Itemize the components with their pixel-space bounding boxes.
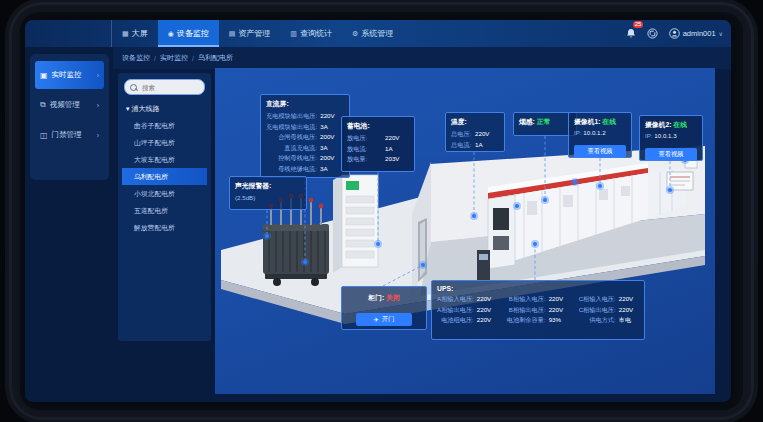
ip-value: 10.0.1.3 xyxy=(654,132,676,139)
breadcrumb-item[interactable]: 设备监控 xyxy=(122,53,150,63)
video-manage-icon: ⧉ xyxy=(40,100,46,110)
camera-ip: IP: 10.0.1.2 xyxy=(574,129,626,136)
tree-item[interactable]: 大坡车配电所 xyxy=(122,151,207,168)
tab-asset-manage[interactable]: ▤资产管理 xyxy=(219,20,281,47)
field-value: 220V xyxy=(477,294,501,305)
cabinet-tall xyxy=(488,195,515,269)
alarm-panel: 声光报警器: (2.5dB) xyxy=(229,176,307,210)
field-value: 220V xyxy=(619,305,643,316)
panel-title: 柜门: xyxy=(368,294,384,301)
status-badge: 在线 xyxy=(602,118,616,125)
search-icon xyxy=(130,84,137,91)
field-label: B相输入电压: xyxy=(507,294,546,305)
tree-item[interactable]: 曲谷子配电所 xyxy=(122,117,207,134)
button-label: 开门 xyxy=(382,315,395,324)
field-label: C相输出电压: xyxy=(579,305,616,316)
temperature-panel: 温度: 总电压:220V 总电流:1A xyxy=(445,112,505,152)
realtime-monitor-icon: ▣ xyxy=(40,71,48,80)
open-door-button[interactable]: ✈开门 xyxy=(356,313,412,326)
screen: ▦大屏 ◉设备监控 ▤资产管理 ▥查询统计 ⚙系统管理 25 admin001 … xyxy=(0,0,763,422)
panel-title: 温度: xyxy=(451,117,499,127)
field-value: 93% xyxy=(549,315,573,326)
tab-label: 查询统计 xyxy=(300,28,332,39)
username: admin001 xyxy=(683,29,716,38)
field-value: 220V xyxy=(385,133,409,144)
door-status: 关闭 xyxy=(386,294,400,301)
field-label: 合闸母线电压: xyxy=(266,132,317,143)
ip-label: IP: xyxy=(645,132,653,139)
left-sidebar: ▣实时监控› ⧉视频管理› ◫门禁管理› xyxy=(25,47,113,402)
field-value: 220V xyxy=(549,305,573,316)
notification-bell-icon[interactable]: 25 xyxy=(626,25,636,43)
notification-badge: 25 xyxy=(633,21,644,28)
sidebar-group: ▣实时监控› ⧉视频管理› ◫门禁管理› xyxy=(30,54,109,180)
chevron-down-icon: ∨ xyxy=(719,30,723,37)
dc-screen-panel: 直流屏: 充电模块输出电压:220V 充电模块输出电流:3A 合闸母线电压:20… xyxy=(260,94,350,178)
panel-title: UPS: xyxy=(437,285,639,292)
field-value: 203V xyxy=(385,154,409,165)
station-tree-panel: ▾ 浦大线路 曲谷子配电所 山坪子配电所 大坡车配电所 乌利配电所 小坝北配电所… xyxy=(118,73,211,341)
battery-cabinet xyxy=(333,175,378,273)
panel-title: 摄像机1: xyxy=(574,118,600,125)
sidebar-item-video-manage[interactable]: ⧉视频管理› xyxy=(35,91,104,119)
screen-icon: ▦ xyxy=(122,30,129,38)
tab-label: 设备监控 xyxy=(177,28,209,39)
tree-item[interactable]: 小坝北配电所 xyxy=(122,185,207,202)
view-video-button[interactable]: 查看视频 xyxy=(645,148,697,161)
tree-item[interactable]: 解放营配电所 xyxy=(122,219,207,236)
tab-query-stats[interactable]: ▥查询统计 xyxy=(280,20,342,47)
tree-item-active[interactable]: 乌利配电所 xyxy=(122,168,207,185)
system-icon: ⚙ xyxy=(352,30,358,38)
sidebar-item-label: 视频管理 xyxy=(50,100,80,110)
nav-tabs: ▦大屏 ◉设备监控 ▤资产管理 ▥查询统计 ⚙系统管理 xyxy=(112,20,403,47)
chevron-right-icon: › xyxy=(97,102,99,109)
panel-title: 烟感: xyxy=(519,118,535,125)
panel-title: 蓄电池: xyxy=(347,121,409,131)
field-label: 充电模块输出电流: xyxy=(266,122,317,133)
battery-screen xyxy=(346,181,359,190)
tree-search[interactable] xyxy=(124,79,205,95)
tree-item[interactable]: 五道配电所 xyxy=(122,202,207,219)
tab-device-monitor[interactable]: ◉设备监控 xyxy=(158,20,219,47)
sidebar-item-realtime-monitor[interactable]: ▣实时监控› xyxy=(35,61,104,89)
top-navbar: ▦大屏 ◉设备监控 ▤资产管理 ▥查询统计 ⚙系统管理 25 admin001 … xyxy=(25,20,731,47)
camera-ip: IP: 10.0.1.3 xyxy=(645,132,697,139)
field-label: B相输出电压: xyxy=(507,305,546,316)
tree-item[interactable]: 山坪子配电所 xyxy=(122,134,207,151)
logo-area xyxy=(25,20,112,47)
camera1-panel: 摄像机1: 在线 IP: 10.0.1.2 查看视频 xyxy=(568,112,632,158)
tab-label: 资产管理 xyxy=(238,28,270,39)
field-value: 220V xyxy=(619,294,643,305)
breadcrumb-separator: / xyxy=(192,55,194,62)
cabinet-window xyxy=(493,208,509,230)
main-3d-view: 直流屏: 充电模块输出电压:220V 充电模块输出电流:3A 合闸母线电压:20… xyxy=(215,68,715,394)
tab-system-manage[interactable]: ⚙系统管理 xyxy=(342,20,403,47)
breadcrumb: 设备监控/ 实时监控/ 乌利配电所 xyxy=(113,47,731,69)
tab-label: 系统管理 xyxy=(361,28,393,39)
open-door-icon: ✈ xyxy=(374,316,379,323)
field-value: 市电 xyxy=(619,315,643,326)
field-value: 220V xyxy=(477,315,501,326)
sidebar-item-access-control[interactable]: ◫门禁管理› xyxy=(35,121,104,149)
field-label: 供电方式: xyxy=(579,315,616,326)
field-value: 220V xyxy=(475,129,499,140)
tree-group[interactable]: ▾ 浦大线路 xyxy=(122,101,207,117)
nav-right-cluster: 25 admin001 ∨ xyxy=(626,20,723,47)
ip-label: IP: xyxy=(574,129,582,136)
avatar-icon xyxy=(669,28,680,39)
breadcrumb-item[interactable]: 实时监控 xyxy=(160,53,188,63)
tab-dashboard[interactable]: ▦大屏 xyxy=(112,20,158,47)
view-video-button[interactable]: 查看视频 xyxy=(574,145,626,158)
user-menu[interactable]: admin001 ∨ xyxy=(669,28,723,39)
fullscreen-icon[interactable] xyxy=(647,25,658,43)
status-badge: 在线 xyxy=(673,121,687,128)
field-label: 直流充电流: xyxy=(266,143,317,154)
field-label: A相输入电压: xyxy=(437,294,474,305)
field-label: C相输入电压: xyxy=(579,294,616,305)
breadcrumb-item: 乌利配电所 xyxy=(198,53,233,63)
ups-panel: UPS: A相输入电压:220V A相输出电压:220V 电池组电压:220V … xyxy=(431,280,645,340)
search-input[interactable] xyxy=(140,83,199,92)
field-label: A相输出电压: xyxy=(437,305,474,316)
field-label: 母线绝缘电流: xyxy=(266,164,317,175)
cabinet-panel xyxy=(493,236,509,250)
